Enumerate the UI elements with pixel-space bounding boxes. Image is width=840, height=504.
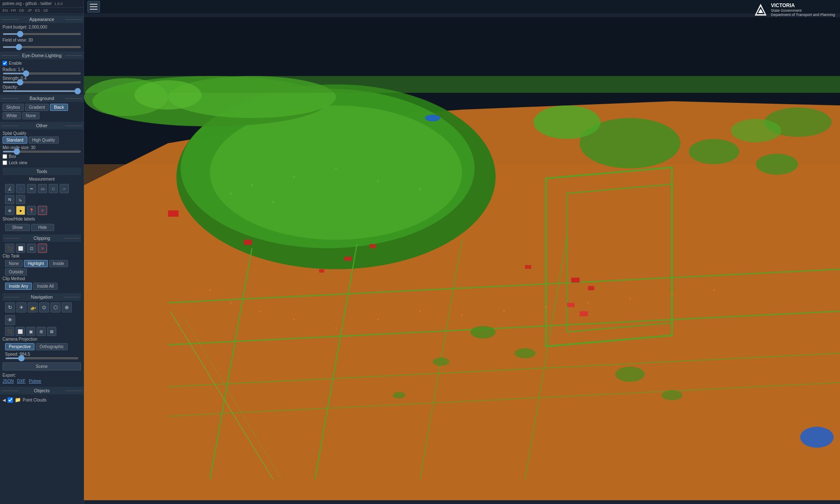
point-measurement-icon[interactable]: ·	[16, 184, 25, 193]
point-cloud-viewport[interactable]	[84, 13, 840, 504]
opacity-slider[interactable]	[3, 90, 81, 92]
fov-slider[interactable]	[3, 46, 81, 48]
vr-nav-icon[interactable]: ⬡	[50, 302, 60, 312]
compass-nav-icon[interactable]: ⊕	[62, 302, 72, 312]
camera-icon-3[interactable]: ▣	[26, 327, 35, 336]
bg-black-btn[interactable]: Black	[50, 104, 68, 111]
clip-box-icon[interactable]: ⬛	[5, 244, 14, 253]
svg-point-62	[514, 348, 536, 358]
clip-inside-btn[interactable]: Inside	[49, 260, 68, 267]
circle-measurement-icon[interactable]: ○	[60, 184, 69, 193]
camera-icon-2[interactable]: ⬜	[16, 327, 25, 336]
perspective-btn[interactable]: Perspective	[5, 343, 34, 350]
fullscreen-nav-icon[interactable]: ⊙	[39, 302, 49, 312]
bg-gradient-btn[interactable]: Gradient	[25, 104, 49, 111]
export-links: JSON DXF Potree	[3, 379, 81, 383]
clipping-section-title: Clipping	[3, 234, 81, 242]
point-clouds-checkbox[interactable]	[8, 397, 13, 403]
angle-measurement-icon[interactable]: ∠	[5, 184, 14, 193]
measurement-icons-row1: ∠ · ━ ▭ □ ○ N ⊾	[3, 183, 81, 205]
point-budget-label: Point budget: 2,000,000	[3, 25, 81, 29]
svg-point-37	[800, 427, 834, 448]
orbit-nav-icon[interactable]: ↻	[5, 302, 15, 312]
measurement-icons-row2: ⊕ ● 📍 ✕	[3, 205, 81, 216]
app-title: potree.org - github - twitter	[3, 1, 52, 6]
sidebar: potree.org - github - twitter 1.8.0 EN ·…	[0, 0, 84, 504]
clip-none-btn[interactable]: None	[5, 260, 23, 267]
svg-point-48	[587, 302, 589, 304]
victoria-triangle-icon	[754, 3, 767, 16]
clip-outside-btn[interactable]: Outside	[5, 268, 27, 276]
victoria-dept-text: Department of Transport and Planning	[771, 13, 835, 17]
svg-point-43	[377, 319, 379, 320]
edl-enable-checkbox[interactable]	[3, 61, 7, 66]
svg-point-68	[134, 80, 202, 110]
clip-highlight-btn[interactable]: Highlight	[24, 260, 48, 267]
splat-quality-label: Splat Quality	[3, 131, 81, 136]
azimuth-measurement-icon[interactable]: N	[5, 195, 14, 204]
bg-none-btn[interactable]: None	[22, 112, 40, 119]
profile-measurement-icon[interactable]: ⊾	[16, 195, 25, 204]
clip-polygon-icon[interactable]: ⬜	[16, 244, 25, 253]
svg-rect-35	[525, 265, 531, 269]
hamburger-button[interactable]	[87, 1, 100, 13]
speed-slider[interactable]	[5, 357, 79, 359]
hide-labels-btn[interactable]: Hide	[31, 224, 54, 231]
nav-arrow-icon[interactable]: ◀	[3, 398, 6, 402]
lock-view-label: Lock view	[9, 160, 27, 165]
measurement-label: Measurement	[3, 177, 81, 181]
fly-nav-icon[interactable]: ✈	[16, 302, 26, 312]
edl-strength-slider[interactable]	[3, 81, 81, 83]
box-checkbox[interactable]	[3, 154, 7, 159]
min-node-slider[interactable]	[3, 151, 81, 152]
folder-icon: 📁	[15, 397, 21, 403]
clip-method-label: Clip Method	[3, 276, 81, 281]
high-quality-btn[interactable]: High Quality	[29, 136, 59, 144]
camera-icon-5[interactable]: ⊠	[47, 327, 56, 336]
orthographic-btn[interactable]: Orthographic	[36, 343, 68, 350]
victoria-text: VICTORIA State Government Department of …	[771, 3, 835, 17]
inside-all-btn[interactable]: Inside All	[33, 283, 58, 290]
point-budget-slider[interactable]	[3, 33, 81, 35]
clip-delete-icon[interactable]: ✕	[38, 244, 47, 253]
delete-measurement-icon[interactable]: ✕	[38, 206, 47, 215]
export-potree-link[interactable]: Potree	[29, 379, 41, 383]
svg-rect-34	[319, 269, 324, 273]
export-json-link[interactable]: JSON	[3, 379, 14, 383]
area-measurement-icon[interactable]: ▭	[38, 184, 47, 193]
camera-icon-1[interactable]: ⬛	[5, 327, 14, 336]
location-icon[interactable]: 📍	[27, 206, 36, 215]
tools-section: Tools Measurement ∠ · ━ ▭ □ ○ N ⊾ ⊕	[0, 166, 84, 362]
scene-button[interactable]: Scene	[3, 362, 81, 370]
clip-sphere-icon[interactable]: ⊡	[27, 244, 36, 253]
bg-skybox-btn[interactable]: Skybox	[3, 104, 24, 111]
victoria-logo: VICTORIA State Government Department of …	[754, 3, 835, 17]
lock-view-checkbox[interactable]	[3, 160, 7, 165]
helicopter-nav-icon[interactable]: 🚁	[28, 302, 38, 312]
eye-nav-icon[interactable]: 👁	[5, 315, 15, 325]
svg-rect-29	[370, 244, 376, 248]
camera-projection-label: Camera Projection	[3, 337, 81, 341]
edl-radius-slider[interactable]	[3, 73, 81, 74]
svg-point-50	[671, 294, 673, 295]
volume-measurement-icon[interactable]: □	[49, 184, 58, 193]
camera-icon-4[interactable]: ⊞	[37, 327, 46, 336]
inside-any-btn[interactable]: Inside Any	[5, 283, 32, 290]
standard-btn[interactable]: Standard	[3, 136, 27, 144]
svg-rect-32	[567, 303, 575, 307]
distance-measurement-icon[interactable]: ━	[27, 184, 36, 193]
svg-point-51	[713, 289, 715, 291]
svg-rect-28	[344, 257, 352, 261]
annotation-icon[interactable]: ⊕	[5, 206, 14, 215]
hamburger-line-3	[90, 9, 97, 10]
clip-task-label: Clip Task	[3, 254, 81, 258]
bg-white-btn[interactable]: White	[3, 112, 21, 119]
show-hide-row: Show Hide	[3, 223, 81, 232]
active-tool-icon[interactable]: ●	[16, 206, 25, 215]
svg-point-58	[272, 201, 274, 203]
export-dxf-link[interactable]: DXF	[17, 379, 26, 383]
svg-rect-33	[580, 311, 588, 316]
language-selector[interactable]: EN · FR · DE · JP · ES · SE	[0, 8, 84, 14]
splat-quality-control: Splat Quality Standard High Quality	[0, 130, 84, 144]
show-labels-btn[interactable]: Show	[5, 224, 30, 231]
